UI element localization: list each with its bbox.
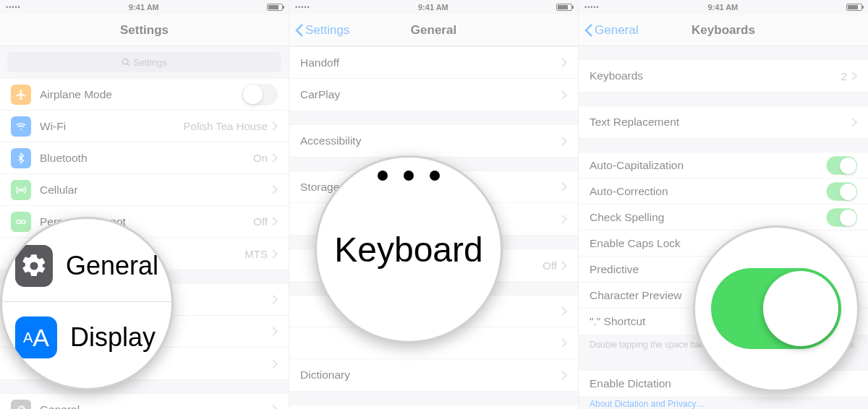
status-bar: ••••• 9:41 AM (289, 0, 578, 14)
status-bar: ••••• 9:41 AM (0, 0, 289, 14)
row-period-shortcut[interactable]: "." Shortcut (579, 309, 868, 335)
hotspot-detail: Off (253, 215, 268, 228)
panel-settings: ••••• 9:41 AM Settings Settings Airplane… (0, 0, 289, 409)
panels-container: ••••• 9:41 AM Settings Settings Airplane… (0, 0, 868, 409)
row-hotspot[interactable]: Personal Hotspot Off (0, 206, 289, 238)
autocorrect-toggle[interactable] (827, 182, 858, 201)
row-predictive[interactable]: Predictive (579, 257, 868, 283)
autocap-toggle[interactable] (827, 156, 858, 175)
spelling-label: Check Spelling (590, 211, 821, 224)
row-blank-3[interactable] (0, 348, 289, 379)
dictionary-label: Dictionary (300, 369, 561, 382)
signal-dots-icon: ••••• (295, 4, 310, 11)
row-blank-g2a[interactable] (289, 203, 578, 235)
chevron-right-icon (561, 261, 567, 270)
status-bar: ••••• 9:41 AM (579, 0, 868, 14)
nav-title: Settings (120, 23, 169, 38)
gear-icon: ⚙ (11, 400, 31, 410)
row-blank-2[interactable] (0, 316, 289, 348)
nav-title: Keyboards (692, 23, 755, 38)
row-capslock[interactable]: Enable Caps Lock (579, 231, 868, 257)
wifi-detail: Polish Tea House (184, 120, 268, 132)
shortcut-footnote: Double tapping the space bar will insert… (579, 335, 868, 357)
row-blank-1[interactable] (0, 284, 289, 316)
dictation-privacy-link[interactable]: About Dictation and Privacy… (579, 397, 868, 409)
search-input[interactable]: Settings (7, 52, 281, 72)
hotspot-label: Personal Hotspot (40, 215, 253, 228)
autocorrect-label: Auto-Correction (590, 185, 821, 198)
nav-back-button[interactable]: Settings (295, 23, 349, 38)
chevron-right-icon (561, 306, 567, 316)
row-text-replacement[interactable]: Text Replacement (579, 106, 868, 138)
nav-back-label: Settings (305, 23, 349, 38)
chevron-right-icon (272, 295, 278, 304)
row-keyboards[interactable]: Keyboards 2 (579, 60, 868, 92)
row-carrier[interactable]: MTS (0, 238, 289, 270)
chevron-right-icon (561, 137, 567, 146)
keyboards-label: Keyboards (590, 69, 841, 82)
nav-bar: Settings (0, 14, 289, 46)
panel-general: ••••• 9:41 AM Settings General Handoff C… (289, 0, 579, 409)
chevron-right-icon (561, 371, 567, 380)
row-dictation[interactable]: Enable Dictation (579, 371, 868, 397)
chevron-right-icon (272, 153, 278, 163)
row-blank-g2c[interactable] (289, 327, 578, 359)
row-autocap[interactable]: Auto-Capitalization (579, 152, 868, 178)
row-carplay[interactable]: CarPlay (289, 79, 578, 111)
row-handoff[interactable]: Handoff (289, 47, 578, 79)
chevron-right-icon (272, 249, 278, 259)
row-itunes-sync[interactable]: iTunes Wi-Fi Sync (289, 405, 578, 409)
textreplace-label: Text Replacement (590, 116, 851, 129)
chevron-right-icon (561, 182, 567, 191)
row-accessibility[interactable]: Accessibility (289, 125, 578, 157)
chevron-right-icon (561, 215, 567, 224)
signal-dots-icon: ••••• (584, 4, 600, 11)
chevron-right-icon (272, 359, 278, 369)
search-icon (122, 58, 130, 66)
spelling-toggle[interactable] (827, 208, 858, 227)
chevron-right-icon (272, 327, 278, 336)
row-general[interactable]: ⚙ General (0, 394, 289, 409)
row-refresh[interactable]: Off (289, 249, 578, 281)
status-time: 9:41 AM (129, 3, 159, 12)
row-bluetooth[interactable]: Bluetooth On (0, 142, 289, 174)
airplane-icon (11, 85, 31, 105)
wifi-label: Wi-Fi (40, 120, 184, 133)
row-dictionary[interactable]: Dictionary (289, 359, 578, 391)
row-spelling[interactable]: Check Spelling (579, 204, 868, 231)
carrier-detail: MTS (244, 248, 268, 260)
row-airplane-mode[interactable]: Airplane Mode (0, 79, 289, 111)
nav-back-button[interactable]: General (584, 23, 638, 38)
search-wrap: Settings (0, 46, 289, 78)
chevron-left-icon (295, 23, 304, 38)
accessibility-label: Accessibility (300, 134, 561, 147)
bluetooth-detail: On (253, 152, 268, 164)
svg-point-0 (123, 59, 129, 65)
search-placeholder: Settings (133, 57, 167, 68)
panel-keyboards: ••••• 9:41 AM General Keyboards Keyboard… (579, 0, 868, 409)
row-storage[interactable]: Storage & iCloud Usage (289, 171, 578, 203)
row-charpreview[interactable]: Character Preview (579, 283, 868, 309)
chevron-left-icon (584, 23, 593, 38)
bluetooth-icon (11, 148, 31, 168)
chevron-right-icon (272, 217, 278, 226)
row-blank-g2b[interactable] (289, 296, 578, 327)
keyboards-detail: 2 (841, 70, 847, 82)
row-cellular[interactable]: Cellular (0, 174, 289, 206)
svg-point-5 (22, 220, 25, 223)
nav-bar: Settings General (289, 14, 578, 46)
cellular-icon (11, 180, 31, 200)
svg-point-4 (17, 220, 20, 223)
svg-line-1 (127, 64, 129, 66)
row-wifi[interactable]: Wi-Fi Polish Tea House (0, 111, 289, 142)
row-autocorrect[interactable]: Auto-Correction (579, 178, 868, 204)
chevron-right-icon (272, 185, 278, 194)
chevron-right-icon (561, 338, 567, 348)
bluetooth-label: Bluetooth (40, 152, 253, 165)
nav-back-label: General (595, 23, 638, 38)
airplane-toggle[interactable] (242, 84, 278, 106)
airplane-label: Airplane Mode (40, 88, 242, 101)
predictive-label: Predictive (590, 263, 857, 276)
chevron-right-icon (561, 58, 567, 67)
chevron-right-icon (851, 72, 857, 81)
